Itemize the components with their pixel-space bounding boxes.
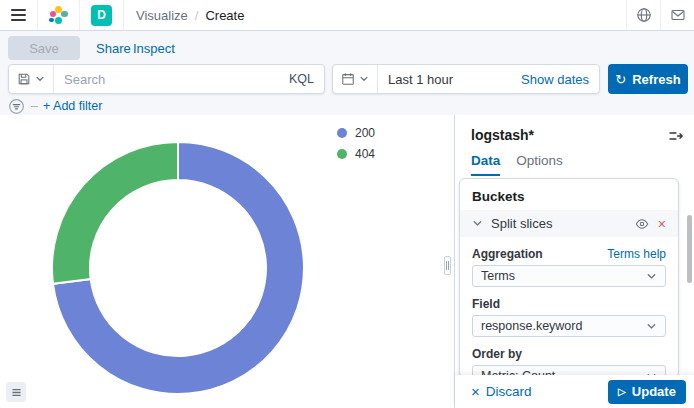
- share-button[interactable]: Share: [96, 41, 131, 56]
- globe-icon: [636, 7, 652, 23]
- saved-query-menu-button[interactable]: [9, 65, 54, 93]
- elastic-logo[interactable]: [38, 0, 80, 30]
- add-filter-button[interactable]: + Add filter: [43, 99, 102, 113]
- filter-icon[interactable]: [8, 98, 25, 115]
- menu-button[interactable]: [0, 0, 38, 30]
- chart-legend: 200 404: [337, 126, 375, 161]
- order-by-group: Order by Metric: Count: [472, 347, 666, 378]
- kql-language-button[interactable]: KQL: [279, 72, 324, 86]
- editor-tabs: Data Options: [471, 153, 563, 176]
- split-slices-accordion[interactable]: Split slices ×: [460, 210, 678, 237]
- tab-options[interactable]: Options: [516, 153, 563, 176]
- editor-footer: × Discard ▷ Update: [455, 375, 694, 408]
- scrollbar-thumb[interactable]: [687, 215, 692, 283]
- collapse-panel-icon[interactable]: [668, 128, 684, 144]
- visualization-area: 200 404 logstash* Data Options Buckets: [0, 115, 694, 408]
- update-button[interactable]: ▷ Update: [608, 380, 686, 404]
- aggregation-select[interactable]: Terms: [472, 265, 666, 287]
- filter-separator: [31, 106, 38, 107]
- buckets-title: Buckets: [460, 179, 678, 210]
- save-button[interactable]: Save: [8, 36, 80, 60]
- show-dates-button[interactable]: Show dates: [511, 72, 599, 87]
- filter-row: + Add filter: [0, 97, 102, 115]
- legend-label: 404: [355, 147, 375, 161]
- close-icon: ×: [471, 384, 480, 399]
- bucket-settings: Aggregation Terms help Terms Field respo…: [460, 237, 678, 378]
- time-range-value[interactable]: Last 1 hour: [378, 72, 511, 87]
- envelope-icon: [670, 7, 686, 23]
- date-quick-select-button[interactable]: [333, 65, 378, 93]
- space-switcher[interactable]: D: [80, 0, 124, 30]
- calendar-icon: [341, 72, 355, 86]
- buckets-card: Buckets Split slices × Aggregati: [459, 178, 679, 378]
- editor-panel: logstash* Data Options Buckets Split sli…: [454, 115, 694, 408]
- remove-bucket-icon[interactable]: ×: [658, 217, 666, 231]
- chevron-down-icon: [359, 74, 369, 84]
- refresh-icon: ↻: [615, 72, 626, 87]
- search-input[interactable]: [54, 72, 279, 87]
- legend-item-404[interactable]: 404: [337, 147, 375, 161]
- breadcrumb-create: Create: [205, 8, 244, 23]
- aggregation-group: Aggregation Terms help Terms: [472, 247, 666, 287]
- chevron-down-icon: [646, 321, 657, 332]
- discard-label: Discard: [486, 384, 532, 399]
- play-icon: ▷: [618, 386, 626, 397]
- order-by-label: Order by: [472, 347, 522, 361]
- discard-button[interactable]: × Discard: [471, 384, 532, 399]
- elastic-logo-icon: [49, 6, 68, 25]
- newsfeed-button[interactable]: [660, 0, 694, 30]
- floppy-save-icon: [17, 72, 31, 86]
- chevron-down-icon: [472, 218, 483, 229]
- aggregation-label: Aggregation: [472, 247, 543, 261]
- nav-right-icons: [626, 0, 694, 30]
- legend-item-200[interactable]: 200: [337, 126, 375, 140]
- breadcrumb: Visualize / Create: [124, 0, 244, 30]
- field-label: Field: [472, 297, 500, 311]
- chevron-down-icon: [35, 74, 45, 84]
- legend-swatch: [337, 149, 347, 159]
- panel-resizer[interactable]: [444, 256, 451, 275]
- terms-help-link[interactable]: Terms help: [607, 247, 666, 261]
- bucket-type-label: Split slices: [491, 216, 552, 231]
- field-group: Field response.keyword: [472, 297, 666, 337]
- top-navigation-bar: D Visualize / Create: [0, 0, 694, 31]
- hamburger-menu-icon[interactable]: [11, 9, 26, 21]
- legend-toggle-button[interactable]: [6, 382, 26, 402]
- query-row: KQL Last 1 hour Show dates ↻ Refresh: [0, 64, 694, 94]
- legend-swatch: [337, 128, 347, 138]
- query-bar: KQL: [8, 64, 325, 94]
- legend-label: 200: [355, 126, 375, 140]
- field-select[interactable]: response.keyword: [472, 315, 666, 337]
- donut-chart[interactable]: [43, 133, 313, 403]
- breadcrumb-separator: /: [195, 8, 199, 23]
- space-avatar[interactable]: D: [91, 5, 112, 26]
- help-button[interactable]: [626, 0, 660, 30]
- query-toolbar-band: Save Share Inspect KQL: [0, 31, 694, 115]
- eye-icon[interactable]: [635, 217, 649, 231]
- index-pattern-title: logstash*: [471, 127, 534, 143]
- refresh-button[interactable]: ↻ Refresh: [608, 64, 688, 94]
- list-icon: [10, 386, 23, 399]
- tab-data[interactable]: Data: [471, 153, 500, 176]
- time-picker: Last 1 hour Show dates: [332, 64, 600, 94]
- refresh-label: Refresh: [632, 72, 680, 87]
- breadcrumb-visualize[interactable]: Visualize: [136, 8, 188, 23]
- donut-slice-404[interactable]: [52, 142, 178, 284]
- update-label: Update: [632, 384, 676, 399]
- inspect-button[interactable]: Inspect: [133, 41, 175, 56]
- chevron-down-icon: [646, 271, 657, 282]
